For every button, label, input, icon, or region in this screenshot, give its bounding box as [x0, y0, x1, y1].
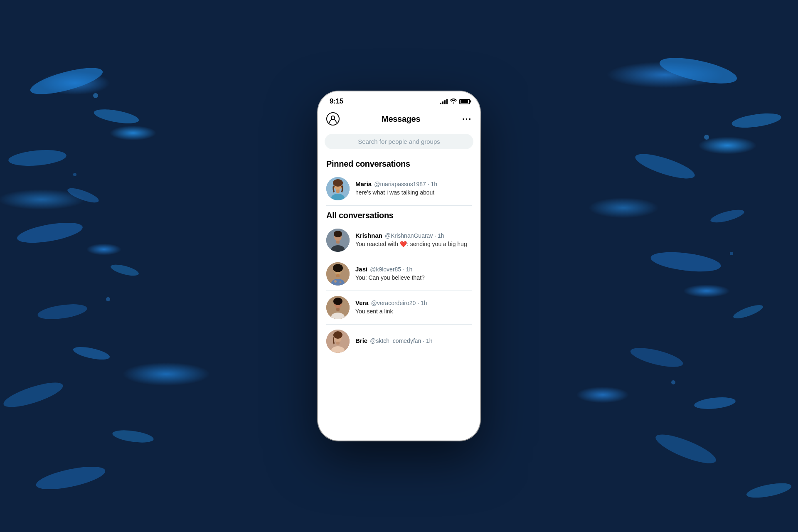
conv-preview-vera: You sent a link: [355, 308, 472, 316]
svg-point-23: [106, 297, 110, 301]
search-container: Search for people and groups: [318, 131, 480, 154]
svg-point-26: [671, 380, 675, 384]
conversation-item-krishnan[interactable]: Krishnan @KrishnanGuarav · 1h You reacte…: [318, 224, 480, 257]
conv-header-row-krishnan: Krishnan @KrishnanGuarav · 1h: [355, 232, 472, 239]
avatar-brie: [326, 330, 350, 353]
svg-point-44: [334, 280, 337, 283]
search-placeholder: Search for people and groups: [358, 138, 440, 145]
svg-point-10: [34, 462, 107, 494]
more-options-button[interactable]: ···: [462, 114, 472, 124]
conv-handle-vera: @veracordeiro20 · 1h: [371, 300, 427, 306]
conv-name-vera: Vera: [355, 299, 369, 306]
profile-button[interactable]: [326, 112, 340, 126]
conv-preview-krishnan: You reacted with ❤️: sending you a big h…: [355, 240, 472, 249]
svg-rect-37: [336, 241, 340, 244]
svg-point-8: [1, 378, 65, 412]
conv-header-row-vera: Vera @veracordeiro20 · 1h: [355, 299, 472, 306]
status-time: 9:15: [330, 97, 343, 106]
conv-handle-krishnan: @KrishnanGuarav · 1h: [385, 232, 444, 239]
page-title: Messages: [382, 114, 420, 124]
conversation-item-jasi[interactable]: Jasi @k9lover85 · 1h You: Can you believ…: [318, 257, 480, 291]
status-bar: 9:15: [318, 91, 480, 109]
conv-name-brie: Brie: [355, 337, 367, 344]
conv-header-row-jasi: Jasi @k9lover85 · 1h: [355, 266, 472, 273]
conversation-content-krishnan: Krishnan @KrishnanGuarav · 1h You reacte…: [355, 232, 472, 249]
conv-name-maria: Maria: [355, 180, 372, 187]
svg-point-5: [110, 262, 140, 278]
battery-icon: [459, 99, 470, 104]
svg-point-21: [93, 93, 98, 98]
conv-preview-maria: here's what i was talking about: [355, 189, 472, 197]
avatar-maria: [326, 177, 350, 200]
status-icons: [440, 98, 470, 105]
svg-rect-49: [336, 308, 340, 311]
svg-point-41: [333, 264, 343, 272]
conv-name-jasi: Jasi: [355, 266, 367, 273]
svg-point-2: [8, 148, 67, 168]
svg-point-1: [93, 107, 140, 126]
phone-screen: 9:15: [318, 91, 480, 441]
svg-point-24: [704, 135, 709, 140]
conv-handle-brie: @sktch_comedyfan · 1h: [370, 337, 432, 344]
conversations-list: Pinned conversations: [318, 154, 480, 441]
conversation-item-vera[interactable]: Vera @veracordeiro20 · 1h You sent a lin…: [318, 291, 480, 324]
svg-point-53: [333, 331, 342, 339]
svg-point-48: [333, 298, 342, 305]
avatar-jasi: [326, 262, 350, 286]
conversation-item-maria[interactable]: Maria @mariapassos1987 · 1h here's what …: [318, 172, 480, 205]
svg-point-31: [333, 179, 343, 187]
app-header: Messages ···: [318, 109, 480, 131]
svg-rect-42: [336, 274, 340, 277]
conversation-content-brie: Brie @sktch_comedyfan · 1h: [355, 337, 472, 345]
svg-point-19: [653, 429, 719, 469]
conv-handle-jasi: @k9lover85 · 1h: [370, 266, 412, 273]
signal-icon: [440, 99, 448, 104]
svg-point-18: [694, 396, 736, 411]
svg-point-25: [730, 252, 733, 255]
conversation-item-brie[interactable]: Brie @sktch_comedyfan · 1h: [318, 325, 480, 358]
wifi-icon: [450, 98, 457, 105]
avatar-vera: [326, 296, 350, 319]
conv-header-row-brie: Brie @sktch_comedyfan · 1h: [355, 337, 472, 344]
avatar-krishnan: [326, 229, 350, 252]
svg-point-16: [732, 303, 764, 321]
svg-point-15: [650, 249, 722, 275]
svg-point-17: [629, 344, 685, 371]
svg-rect-54: [336, 342, 340, 345]
conversation-content-vera: Vera @veracordeiro20 · 1h You sent a lin…: [355, 299, 472, 316]
conversation-content-maria: Maria @mariapassos1987 · 1h here's what …: [355, 180, 472, 197]
conv-handle-maria: @mariapassos1987 · 1h: [374, 181, 437, 187]
svg-point-9: [112, 428, 155, 445]
search-bar[interactable]: Search for people and groups: [325, 134, 473, 149]
svg-point-13: [633, 149, 697, 183]
svg-point-36: [334, 231, 342, 237]
svg-point-27: [331, 116, 335, 119]
pinned-section-title: Pinned conversations: [318, 154, 480, 172]
svg-point-4: [16, 219, 84, 246]
svg-rect-32: [336, 190, 340, 193]
svg-point-11: [658, 53, 739, 89]
svg-point-3: [66, 185, 101, 205]
svg-point-45: [340, 281, 342, 283]
phone-mockup: 9:15: [318, 91, 480, 441]
conv-header-row-maria: Maria @mariapassos1987 · 1h: [355, 180, 472, 187]
all-section-title: All conversations: [318, 206, 480, 224]
svg-point-7: [72, 345, 111, 362]
svg-point-20: [745, 480, 792, 500]
svg-point-6: [37, 302, 88, 322]
svg-point-14: [709, 207, 746, 225]
conv-preview-jasi: You: Can you believe that?: [355, 274, 472, 282]
svg-point-12: [731, 111, 782, 130]
conversation-content-jasi: Jasi @k9lover85 · 1h You: Can you believ…: [355, 266, 472, 282]
svg-point-0: [28, 62, 105, 99]
svg-point-22: [73, 173, 76, 176]
conv-name-krishnan: Krishnan: [355, 232, 382, 239]
